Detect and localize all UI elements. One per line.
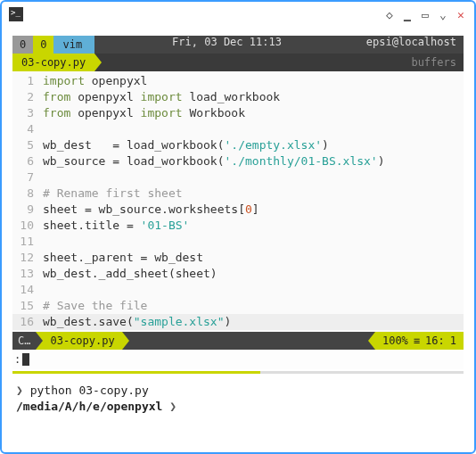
- tab-buffers-label: buffers: [404, 54, 464, 71]
- vim-statusbar: C… 03-copy.py 100% ≡ 16: 1: [12, 332, 464, 350]
- terminal-content: 0 0 vim Fri, 03 Dec 11:13 epsi@localhost…: [2, 27, 474, 427]
- prompt-arrow-icon: ❯: [169, 400, 176, 413]
- terminal-window: ◇ ▁ ▭ ⌄ ✕ 0 0 vim Fri, 03 Dec 11:13 epsi…: [0, 0, 476, 454]
- shell-line-2: /media/A/h/e/openpyxl ❯: [16, 399, 460, 415]
- code-text: from openpyxl import Workbook: [43, 105, 245, 121]
- code-line: 1import openpyxl: [12, 73, 464, 89]
- code-line: 7: [12, 169, 464, 186]
- code-line: 10sheet.title = '01-BS': [12, 218, 464, 234]
- gutter: 8: [12, 186, 43, 202]
- status-gap: [122, 332, 375, 350]
- gutter: 14: [12, 282, 43, 298]
- close-icon[interactable]: ✕: [455, 8, 467, 21]
- code-text: sheet._parent = wb_dest: [43, 250, 203, 266]
- status-col: 1: [450, 334, 456, 347]
- code-line: 6wb_source = load_workbook('./monthly/01…: [12, 153, 464, 169]
- vim-userhost: epsi@localhost: [359, 36, 464, 54]
- vim-datetime: Fri, 03 Dec 11:13: [94, 36, 359, 54]
- gutter: 6: [12, 153, 43, 169]
- gutter: 16: [12, 314, 43, 330]
- gutter: 2: [12, 89, 43, 105]
- vim-tabbar: 03-copy.py buffers: [12, 54, 464, 71]
- shell-command: python 03-copy.py: [30, 384, 149, 397]
- status-percent: 100%: [382, 334, 408, 347]
- code-line: 4: [12, 121, 464, 137]
- vim-top-seg0: 0: [12, 36, 33, 54]
- vim-mode-label: vim: [53, 36, 94, 54]
- code-line: 3from openpyxl import Workbook: [12, 105, 464, 121]
- gutter: 9: [12, 202, 43, 218]
- status-mode: C…: [12, 332, 36, 350]
- code-text: wb_dest._add_sheet(sheet): [43, 266, 217, 282]
- shell-area[interactable]: ❯ python 03-copy.py /media/A/h/e/openpyx…: [12, 374, 464, 418]
- code-line: 11: [12, 234, 464, 250]
- code-line: 14: [12, 282, 464, 298]
- status-line: 16:: [425, 334, 445, 347]
- gutter: 11: [12, 234, 43, 250]
- code-line: 16wb_dest.save("sample.xlsx"): [12, 314, 464, 330]
- maximize-icon[interactable]: ▭: [419, 8, 431, 21]
- tab-active[interactable]: 03-copy.py: [12, 54, 94, 71]
- window-controls: ◇ ▁ ▭ ⌄ ✕: [383, 8, 467, 21]
- code-text: # Rename first sheet: [43, 186, 183, 202]
- code-text: wb_dest = load_workbook('./empty.xlsx'): [43, 137, 329, 153]
- diamond-icon[interactable]: ◇: [383, 8, 396, 21]
- status-eq: ≡: [414, 334, 420, 347]
- code-line: 15# Save the file: [12, 298, 464, 314]
- gutter: 3: [12, 105, 43, 121]
- code-text: sheet.title = '01-BS': [43, 218, 189, 234]
- vim-top-seg1: 0: [33, 36, 53, 54]
- gutter: 7: [12, 169, 43, 186]
- code-text: wb_source = load_workbook('./monthly/01-…: [43, 153, 385, 169]
- code-line: 12sheet._parent = wb_dest: [12, 250, 464, 266]
- code-line: 5wb_dest = load_workbook('./empty.xlsx'): [12, 137, 464, 153]
- code-text: sheet = wb_source.worksheets[0]: [43, 202, 259, 218]
- cwd-dir: openpyxl: [107, 400, 163, 413]
- code-text: import openpyxl: [43, 73, 147, 89]
- gutter: 10: [12, 218, 43, 234]
- terminal-icon: [9, 7, 23, 21]
- editor[interactable]: 1import openpyxl2from openpyxl import lo…: [12, 71, 464, 332]
- code-text: wb_dest.save("sample.xlsx"): [43, 314, 231, 330]
- status-file: 03-copy.py: [36, 332, 121, 350]
- gutter: 13: [12, 266, 43, 282]
- prompt-arrow-icon: ❯: [16, 384, 23, 397]
- cwd-path: /media/A/h/e/: [16, 400, 107, 413]
- shell-line-1: ❯ python 03-copy.py: [16, 383, 460, 399]
- gutter: 5: [12, 137, 43, 153]
- gutter: 12: [12, 250, 43, 266]
- vim-topbar: 0 0 vim Fri, 03 Dec 11:13 epsi@localhost: [12, 36, 464, 54]
- vim-cmdline[interactable]: :: [12, 350, 464, 369]
- minimize-icon[interactable]: ▁: [401, 8, 414, 21]
- code-text: # Save the file: [43, 298, 147, 314]
- status-right: 100% ≡ 16: 1: [375, 332, 464, 350]
- cmdline-prefix: :: [14, 353, 21, 366]
- code-line: 13wb_dest._add_sheet(sheet): [12, 266, 464, 282]
- gutter: 1: [12, 73, 43, 89]
- code-line: 8# Rename first sheet: [12, 186, 464, 202]
- titlebar: ◇ ▁ ▭ ⌄ ✕: [2, 2, 474, 27]
- gutter: 4: [12, 121, 43, 137]
- code-line: 9sheet = wb_source.worksheets[0]: [12, 202, 464, 218]
- gutter: 15: [12, 298, 43, 314]
- arrow-down-icon[interactable]: ⌄: [437, 8, 449, 21]
- code-text: from openpyxl import load_workbook: [43, 89, 280, 105]
- cursor-block: [22, 353, 29, 366]
- code-line: 2from openpyxl import load_workbook: [12, 89, 464, 105]
